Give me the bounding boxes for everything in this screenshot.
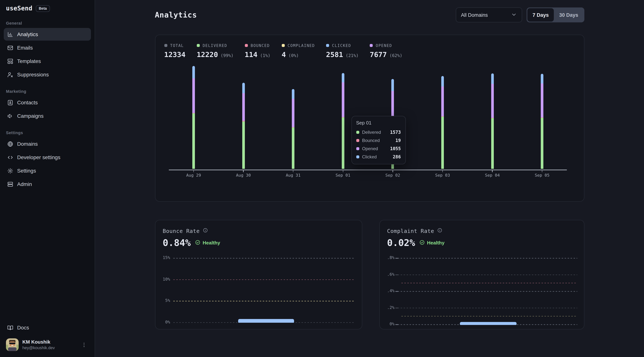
stat-color-dot [196,44,200,47]
bar-segment-opened [242,93,245,121]
gridline--8- [398,258,577,258]
gear-icon [7,168,14,174]
x-axis-tick [194,170,194,172]
stat-head: TOTAL [164,43,186,48]
info-icon[interactable] [203,228,208,234]
tooltip-series-label: Delivered [362,130,387,135]
x-axis-tick [492,170,493,172]
bar-segment-delivered [491,118,494,169]
x-axis-tick [343,170,343,172]
sidebar-item-label: Settings [17,168,36,174]
stat-head: DELIVERED [196,43,234,48]
stat-value-row: 7677(62%) [370,50,402,58]
sidebar-item-domains[interactable]: Domains [4,138,91,150]
more-vertical-icon[interactable] [80,340,89,349]
bar-segment-opened [342,82,344,117]
x-axis-label: Sep 05 [525,173,559,178]
bar-segment-clicked [342,73,344,82]
stat-value: 4 [282,50,286,58]
sidebar-item-emails[interactable]: Emails [4,41,91,54]
stat-head: OPENED [370,43,402,48]
range-option-7-days[interactable]: 7 Days [527,8,554,22]
sidebar-item-docs[interactable]: Docs [4,321,91,334]
tooltip-row: Delivered1573 [356,128,401,136]
code-icon [7,154,14,160]
sidebar-item-settings[interactable]: Settings [4,164,91,177]
sidebar-item-templates[interactable]: Templates [4,55,91,68]
stat-percent: (0%) [288,53,299,58]
y-axis-label: 10% [158,277,170,282]
bar-segment-delivered [342,118,344,169]
stat-value-row: 12220(99%) [196,50,234,58]
bar-segment-clicked [491,74,494,84]
status-badge: Healthy [419,240,444,246]
user-meta: KM Koushik hey@koushik.dev [22,339,76,350]
gridline-10- [173,279,355,280]
sidebar-item-developer-settings[interactable]: Developer settings [4,151,91,164]
stat-value: 12334 [164,50,186,58]
status-badge: Healthy [195,240,220,246]
tooltip-title: Sep 01 [356,120,401,126]
page-header: Analytics All Domains 7 Days30 Days [155,8,584,22]
bar-segment-opened [491,84,494,118]
y-axis-label: .6% [382,272,394,277]
tooltip-series-value: 286 [393,154,401,160]
stat-label: CLICKED [332,43,351,48]
rate-card-title: Complaint Rate [387,228,434,234]
stacked-bar [541,74,544,169]
contact-book-icon [7,99,14,106]
sidebar-bottom: Docs KM Koushik hey@koushik.dev [0,321,95,357]
bar-segment-delivered [441,117,444,169]
stat-label: COMPLAINED [288,43,315,48]
status-label: Healthy [203,240,220,246]
stat-value-row: 4(0%) [282,50,315,58]
header-controls: All Domains 7 Days30 Days [456,8,584,22]
domain-filter-value: All Domains [461,12,488,18]
x-axis-label: Sep 04 [476,173,509,178]
sidebar-section-label-general: General [6,21,89,25]
sidebar-item-contacts[interactable]: Contacts [4,96,91,109]
stat-head: COMPLAINED [282,43,315,48]
sidebar-item-label: Contacts [17,100,38,106]
range-option-30-days[interactable]: 30 Days [554,8,584,22]
sidebar-item-suppressions[interactable]: Suppressions [4,68,91,81]
sidebar-item-label: Templates [17,58,41,64]
globe-icon [7,141,14,147]
stats-row: TOTAL12334DELIVERED12220(99%)BOUNCED114(… [164,43,576,58]
x-axis-label: Aug 30 [226,173,260,178]
tooltip-row: Bounced19 [356,136,401,144]
bar-segment-clicked [242,83,245,93]
tooltip-row: Opened1055 [356,144,401,153]
stat-percent: (21%) [346,53,358,58]
sidebar-item-campaigns[interactable]: Campaigns [4,110,91,122]
gridline--4- [398,291,577,292]
y-axis-label: .4% [382,288,394,293]
main-area: Analytics All Domains 7 Days30 Days TOTA… [95,0,644,357]
domain-filter-select[interactable]: All Domains [456,8,522,22]
sidebar-item-analytics[interactable]: Analytics [4,28,91,40]
x-axis-label: Sep 03 [426,173,459,178]
user-menu[interactable]: KM Koushik hey@koushik.dev [4,335,91,353]
tooltip-swatch [356,131,359,134]
sidebar-item-admin[interactable]: Admin [4,178,91,190]
logo-row: useSend Beta [0,0,95,12]
tooltip-row: Clicked286 [356,153,401,161]
stat-value-row: 2581(21%) [326,50,359,58]
stat-color-dot [164,44,167,47]
stat-label: DELIVERED [202,43,227,48]
y-axis-label: 0% [382,322,394,326]
stat-value-row: 114(1%) [245,50,270,58]
rate-card-title: Bounce Rate [163,228,200,234]
bar-segment-delivered [192,113,195,169]
stat-color-dot [245,44,248,47]
bar-segment-opened [192,78,195,113]
page-title: Analytics [155,10,197,20]
app-root: useSend Beta GeneralAnalyticsEmailsTempl… [0,0,644,357]
stat-head: CLICKED [326,43,359,48]
info-icon[interactable] [437,228,442,234]
rate-series-bar [238,319,294,323]
bar-segment-clicked [392,79,394,91]
stat-delivered: DELIVERED12220(99%) [196,43,234,58]
tooltip-swatch [356,139,359,142]
bar-segment-clicked [192,66,195,78]
